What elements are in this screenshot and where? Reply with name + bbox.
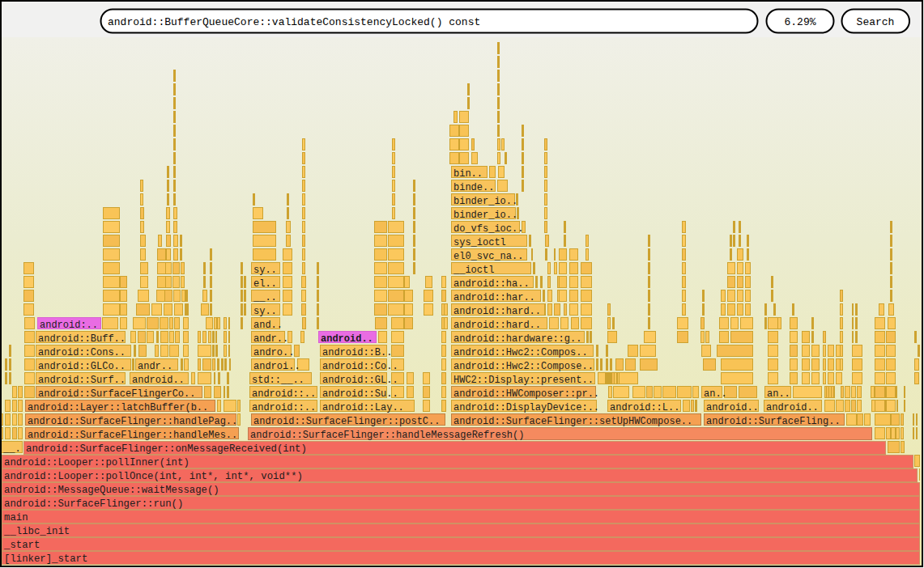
svg-text:__.: __.: [2, 443, 21, 455]
svg-text:std::__..: std::__..: [252, 375, 304, 386]
svg-text:android::hardware::g..: android::hardware::g..: [453, 333, 581, 345]
svg-text:6.29%: 6.29%: [784, 16, 815, 28]
svg-text:android::Lay..: android::Lay..: [322, 402, 404, 413]
svg-text:android::Looper::pollOnce(int,: android::Looper::pollOnce(int, int*, int…: [4, 471, 303, 482]
svg-text:android::SurfaceFlinger::run(): android::SurfaceFlinger::run(): [4, 498, 183, 510]
svg-text:and..: and..: [253, 320, 283, 331]
svg-text:android::SurfaceFlinger::setUp: android::SurfaceFlinger::setUpHWCompose.…: [453, 416, 692, 427]
svg-text:android..: android..: [766, 402, 819, 413]
svg-text:el0_svc_na..: el0_svc_na..: [453, 251, 523, 262]
svg-text:android::hard..: android::hard..: [453, 320, 541, 331]
svg-text:android::Buff..: android::Buff..: [38, 333, 126, 345]
svg-text:Search: Search: [857, 16, 895, 28]
svg-text:android::HWComposer::pr..: android::HWComposer::pr..: [453, 388, 599, 400]
svg-text:android::..: android::..: [252, 388, 316, 400]
svg-text:main: main: [4, 512, 28, 523]
svg-text:android::Hwc2::Compose..: android::Hwc2::Compose..: [453, 361, 594, 372]
svg-text:android..: android..: [321, 333, 373, 345]
svg-text:android::Layer::latchBuffer(b.: android::Layer::latchBuffer(b..: [28, 402, 208, 413]
svg-text:do_vfs_ioc..: do_vfs_ioc..: [453, 223, 523, 235]
svg-text:android::..: android::..: [252, 402, 316, 413]
svg-text:andro..: andro..: [253, 347, 294, 358]
svg-text:android::SurfaceFlinger::handl: android::SurfaceFlinger::handlePag..: [28, 416, 237, 427]
svg-text:__..: __..: [253, 292, 277, 303]
svg-text:android::SurfaceFling..: android::SurfaceFling..: [706, 416, 841, 427]
svg-text:sys_ioctl: sys_ioctl: [453, 237, 506, 248]
svg-text:android::GL..: android::GL..: [322, 375, 398, 386]
svg-text:android::SurfaceFlingerCo..: android::SurfaceFlingerCo..: [38, 388, 195, 400]
svg-text:android..: android..: [706, 402, 759, 413]
svg-text:andr..: andr..: [138, 361, 172, 372]
svg-text:bin..: bin..: [453, 168, 483, 180]
svg-text:android::SurfaceFlinger::handl: android::SurfaceFlinger::handleMes..: [28, 430, 237, 441]
svg-text:android::Co..: android::Co..: [322, 361, 398, 372]
svg-text:androi..: androi..: [253, 361, 300, 372]
svg-text:__ioctl: __ioctl: [453, 265, 494, 276]
svg-text:android::Cons..: android::Cons..: [38, 347, 126, 358]
svg-text:sy..: sy..: [253, 265, 277, 276]
svg-text:android::SurfaceFlinger::postC: android::SurfaceFlinger::postC..: [253, 416, 440, 427]
svg-text:binder_io..: binder_io..: [453, 210, 517, 221]
svg-text:HWC2::Display::present..: HWC2::Display::present..: [453, 375, 594, 386]
svg-text:_start: _start: [3, 540, 40, 551]
svg-text:android::L..: android::L..: [610, 402, 679, 413]
svg-text:android::Hwc2::Compos..: android::Hwc2::Compos..: [453, 347, 588, 358]
svg-text:android::SurfaceFlinger::onMes: android::SurfaceFlinger::onMessageReceiv…: [26, 443, 307, 455]
svg-text:binde..: binde..: [453, 182, 494, 193]
svg-text:__libc_init: __libc_init: [3, 526, 70, 537]
svg-text:android::GLCo..: android::GLCo..: [38, 361, 126, 372]
svg-text:sy..: sy..: [253, 306, 277, 317]
svg-text:android::B..: android::B..: [322, 347, 392, 358]
svg-text:android::BufferQueueCore::vali: android::BufferQueueCore::validateConsis…: [108, 16, 480, 28]
svg-text:android..: android..: [132, 375, 185, 386]
svg-text:android::Surf..: android::Surf..: [38, 375, 126, 386]
svg-text:android::DisplayDevice:..: android::DisplayDevice:..: [453, 402, 599, 413]
svg-text:binder_io..: binder_io..: [453, 196, 517, 207]
svg-text:android::har..: android::har..: [453, 292, 535, 303]
svg-text:android::SurfaceFlinger::handl: android::SurfaceFlinger::handleMessageRe…: [250, 430, 524, 441]
svg-text:android::ha..: android::ha..: [453, 278, 530, 290]
svg-text:android::Su..: android::Su..: [322, 388, 398, 400]
svg-text:andr..: andr..: [253, 333, 288, 345]
svg-text:an..: an..: [767, 388, 790, 400]
svg-text:el..: el..: [253, 278, 277, 290]
svg-text:[linker]_start: [linker]_start: [4, 553, 87, 565]
svg-text:android::MessageQueue::waitMes: android::MessageQueue::waitMessage(): [4, 485, 219, 496]
svg-text:android::Looper::pollInner(int: android::Looper::pollInner(int): [4, 457, 189, 468]
svg-text:android::hard..: android::hard..: [453, 306, 541, 317]
svg-text:an..: an..: [704, 388, 727, 400]
svg-text:android:..: android:..: [40, 320, 98, 331]
